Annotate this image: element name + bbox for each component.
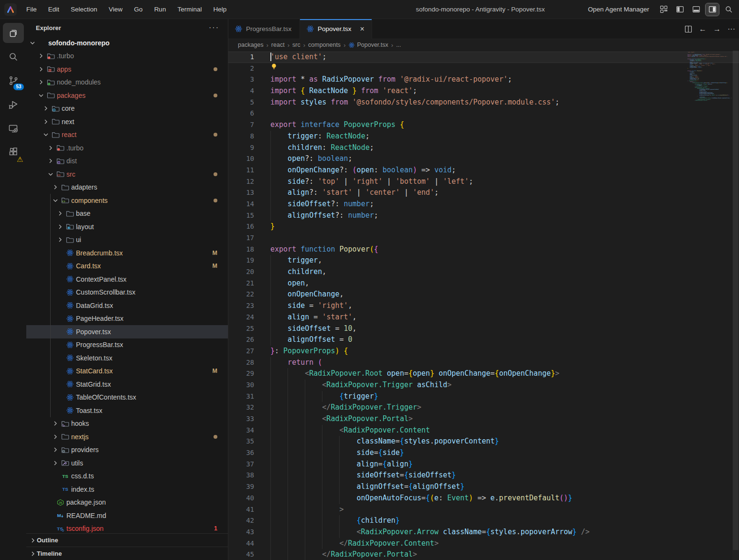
tree-item-dist[interactable]: dist	[26, 155, 228, 168]
panel-bottom-icon[interactable]	[689, 3, 703, 16]
tree-item-src[interactable]: src	[26, 168, 228, 181]
activitybar-remote-explorer[interactable]	[3, 118, 24, 138]
react-icon	[306, 25, 314, 32]
tree-item--turbo[interactable]: .turbo	[26, 50, 228, 63]
svg-text:JS: JS	[59, 501, 62, 504]
tree-item-base[interactable]: base	[26, 207, 228, 221]
lightbulb-icon[interactable]	[270, 63, 739, 70]
search-icon[interactable]	[722, 3, 735, 16]
chevron-down-icon	[51, 197, 60, 204]
chevron-right-icon	[37, 65, 45, 73]
tree-item-label: css.d.ts	[71, 472, 94, 480]
tree-item-label: hooks	[71, 420, 89, 427]
breadcrumb--[interactable]: ...	[396, 42, 401, 48]
antigravity-logo-icon	[4, 3, 17, 16]
chevron-down-icon	[28, 39, 37, 47]
tree-item-index-ts[interactable]: TSindex.ts	[26, 483, 228, 496]
menu-help[interactable]: Help	[208, 4, 231, 15]
outline-section-header[interactable]: Outline	[26, 533, 228, 547]
folder-icon	[64, 210, 75, 217]
tree-item-node-modules[interactable]: node_modules	[26, 76, 228, 89]
activitybar-extensions[interactable]: ⚠	[3, 142, 24, 162]
breadcrumb-components[interactable]: components	[308, 42, 341, 48]
menu-run[interactable]: Run	[150, 4, 171, 15]
tree-item-components[interactable]: components	[26, 194, 228, 207]
react-icon	[64, 380, 75, 388]
open-agent-manager-button[interactable]: Open Agent Manager	[588, 6, 649, 13]
tree-item-card-tsx[interactable]: Card.tsxM	[26, 260, 228, 273]
line-number: 10	[228, 153, 254, 165]
tree-item-label: react	[62, 131, 76, 138]
tree-item-utils[interactable]: utils	[26, 456, 228, 470]
git-modified-dot	[214, 89, 217, 102]
menu-file[interactable]: File	[21, 4, 42, 15]
tree-item-popover-tsx[interactable]: Popover.tsx	[26, 325, 228, 338]
tree-item-tableofcontents-tsx[interactable]: TableOfContents.tsx	[26, 391, 228, 404]
tree-item-sofondo-monorepo[interactable]: sofondo-monorepo	[26, 36, 228, 50]
tree-item-apps[interactable]: apps	[26, 63, 228, 76]
tree-item-toast-tsx[interactable]: Toast.tsx	[26, 404, 228, 417]
line-number: 45	[228, 549, 254, 560]
activitybar-search[interactable]	[3, 47, 24, 67]
tree-item-next[interactable]: next	[26, 115, 228, 128]
tab-popover-tsx[interactable]: Popover.tsx×	[300, 19, 372, 39]
tab-progressbar-tsx[interactable]: ProgressBar.tsx	[228, 19, 300, 39]
more-actions-icon[interactable]: ···	[728, 25, 735, 33]
tree-item-providers[interactable]: providers	[26, 444, 228, 457]
tree-item-progressbar-tsx[interactable]: ProgressBar.tsx	[26, 338, 228, 352]
tree-item-package-json[interactable]: JSpackage.json	[26, 496, 228, 509]
activitybar-explorer[interactable]	[3, 23, 24, 43]
forward-arrow-icon[interactable]: →	[713, 25, 721, 33]
tree-item-core[interactable]: core	[26, 102, 228, 116]
split-editor-icon[interactable]	[685, 25, 692, 33]
line-number: 44	[228, 538, 254, 549]
code-editor[interactable]: 1'use client';23import * as RadixPopover…	[228, 51, 739, 560]
activitybar-source-control[interactable]: 53	[3, 71, 24, 91]
tree-item-label: components	[71, 197, 107, 204]
close-icon[interactable]: ×	[359, 25, 366, 33]
tree-item-breadcrumb-tsx[interactable]: Breadcrumb.tsxM	[26, 246, 228, 260]
tree-item-label: StatGrid.tsx	[76, 380, 111, 388]
tree-item-contextpanel-tsx[interactable]: ContextPanel.tsx	[26, 273, 228, 286]
tree-item--turbo[interactable]: .turbo	[26, 141, 228, 155]
timeline-section-header[interactable]: Timeline	[26, 547, 228, 560]
panel-right-icon[interactable]	[706, 3, 719, 16]
editor-scrollbar[interactable]	[732, 51, 739, 560]
tree-item-hooks[interactable]: hooks	[26, 417, 228, 431]
minimap[interactable]: 1'use client';23import * as RadixPopover…	[686, 52, 732, 101]
menu-view[interactable]: View	[104, 4, 128, 15]
breadcrumb-react[interactable]: react	[271, 42, 285, 48]
tree-item-layout[interactable]: layout	[26, 220, 228, 233]
menu-selection[interactable]: Selection	[66, 4, 102, 15]
tree-item-css-d-ts[interactable]: TScss.d.ts	[26, 470, 228, 483]
tree-item-readme-md[interactable]: MREADME.md	[26, 509, 228, 522]
tree-item-statcard-tsx[interactable]: StatCard.tsxM	[26, 365, 228, 378]
tree-item-skeleton-tsx[interactable]: Skeleton.tsx	[26, 351, 228, 365]
tree-item-tsconfig-json[interactable]: TStsconfig.json1	[26, 522, 228, 534]
activitybar-run-and-debug[interactable]	[3, 95, 24, 115]
menu-edit[interactable]: Edit	[43, 4, 64, 15]
customize-layout-icon[interactable]	[657, 3, 670, 16]
chevron-right-icon	[37, 78, 45, 86]
menu-terminal[interactable]: Terminal	[172, 4, 206, 15]
chevron-right-icon	[51, 446, 60, 454]
tree-item-nextjs[interactable]: nextjs	[26, 430, 228, 444]
back-arrow-icon[interactable]: ←	[699, 25, 707, 33]
tree-item-statgrid-tsx[interactable]: StatGrid.tsx	[26, 378, 228, 391]
breadcrumb-packages[interactable]: packages	[238, 42, 264, 48]
tree-item-react[interactable]: react	[26, 128, 228, 142]
menu-go[interactable]: Go	[129, 4, 148, 15]
breadcrumb-src[interactable]: src	[292, 42, 300, 48]
code-line-40: 40 onOpenAutoFocus={(e: Event) => e.prev…	[228, 493, 739, 504]
panel-left-icon[interactable]	[673, 3, 686, 16]
code-line-36: 36 side={side}	[228, 447, 739, 459]
ellipsis-icon[interactable]: ···	[207, 23, 221, 32]
tree-item-packages[interactable]: packages	[26, 89, 228, 102]
tree-item-ui[interactable]: ui	[26, 233, 228, 247]
folder-icon	[45, 92, 56, 99]
breadcrumb-popover-tsx[interactable]: Popover.tsx	[348, 42, 388, 48]
tree-item-datagrid-tsx[interactable]: DataGrid.tsx	[26, 299, 228, 312]
tree-item-pageheader-tsx[interactable]: PageHeader.tsx	[26, 312, 228, 326]
tree-item-adapters[interactable]: adapters	[26, 181, 228, 194]
tree-item-customscrollbar-tsx[interactable]: CustomScrollbar.tsx	[26, 286, 228, 299]
